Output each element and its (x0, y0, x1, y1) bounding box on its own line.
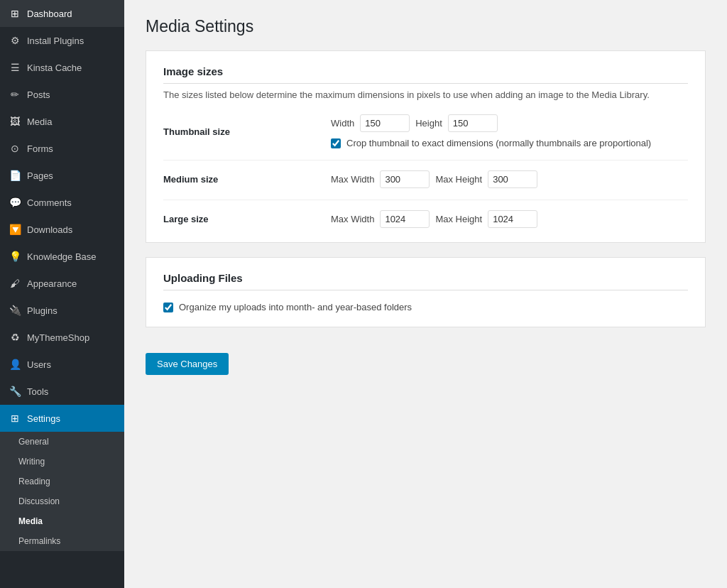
thumbnail-height-input[interactable] (448, 114, 498, 132)
sidebar-item-install-plugins[interactable]: ⚙ Install Plugins (0, 27, 124, 54)
large-maxheight-label: Max Height (435, 214, 482, 224)
submenu-item-discussion[interactable]: Discussion (0, 491, 124, 511)
uploading-files-section: Uploading Files Organize my uploads into… (146, 257, 706, 327)
sidebar-label-knowledge-base: Knowledge Base (27, 251, 97, 262)
tools-icon: 🔧 (9, 385, 21, 398)
sidebar-item-media[interactable]: 🖼 Media (0, 108, 124, 135)
downloads-icon: 🔽 (9, 223, 21, 236)
crop-thumbnail-label: Crop thumbnail to exact dimensions (norm… (346, 138, 651, 148)
submenu-item-permalinks[interactable]: Permalinks (0, 531, 124, 551)
sidebar-label-forms: Forms (27, 143, 53, 154)
sidebar: ⊞ Dashboard ⚙ Install Plugins ☰ Kinsta C… (0, 0, 124, 588)
forms-icon: ⊙ (9, 142, 21, 155)
submenu-item-writing[interactable]: Writing (0, 452, 124, 472)
large-field-group: Max Width Max Height (331, 210, 537, 228)
thumbnail-width-label: Width (331, 118, 354, 129)
organize-uploads-row: Organize my uploads into month- and year… (163, 302, 688, 312)
media-icon: 🖼 (9, 115, 21, 128)
sidebar-item-kinsta-cache[interactable]: ☰ Kinsta Cache (0, 54, 124, 81)
image-sizes-desc: The sizes listed below determine the max… (163, 89, 688, 100)
uploading-files-title: Uploading Files (163, 272, 688, 290)
gear-icon: ⚙ (9, 34, 21, 47)
sidebar-item-plugins[interactable]: 🔌 Plugins (0, 297, 124, 324)
kinsta-icon: ☰ (9, 61, 21, 74)
sidebar-item-forms[interactable]: ⊙ Forms (0, 135, 124, 162)
thumbnail-field-group: Width Height (331, 114, 651, 132)
posts-icon: ✏ (9, 88, 21, 101)
thumbnail-label: Thumbnail size (163, 126, 319, 137)
medium-maxheight-input[interactable] (488, 170, 537, 188)
sidebar-label-pages: Pages (27, 170, 53, 181)
submenu-item-media[interactable]: Media (0, 511, 124, 531)
dashboard-icon: ⊞ (9, 7, 21, 20)
large-maxwidth-label: Max Width (331, 214, 374, 224)
sidebar-item-settings[interactable]: ⊞ Settings (0, 405, 124, 432)
crop-thumbnail-checkbox[interactable] (331, 138, 341, 148)
organize-uploads-label: Organize my uploads into month- and year… (179, 302, 412, 312)
sidebar-label-posts: Posts (27, 89, 50, 100)
main-content: Media Settings Image sizes The sizes lis… (124, 0, 727, 588)
sidebar-label-install-plugins: Install Plugins (27, 36, 84, 46)
sidebar-label-tools: Tools (27, 386, 48, 397)
submenu-item-general[interactable]: General (0, 432, 124, 452)
mythemeshop-icon: ♻ (9, 331, 21, 344)
large-maxwidth-input[interactable] (380, 210, 430, 228)
appearance-icon: 🖌 (9, 277, 21, 290)
large-label: Large size (163, 214, 319, 224)
submenu-item-reading[interactable]: Reading (0, 472, 124, 491)
medium-label: Medium size (163, 174, 319, 185)
sidebar-item-mythemeshop[interactable]: ♻ MyThemeShop (0, 324, 124, 351)
sidebar-label-kinsta-cache: Kinsta Cache (27, 62, 82, 73)
page-title: Media Settings (146, 17, 706, 36)
image-sizes-section: Image sizes The sizes listed below deter… (146, 50, 706, 243)
organize-uploads-checkbox[interactable] (163, 303, 173, 312)
sidebar-item-dashboard[interactable]: ⊞ Dashboard (0, 0, 124, 27)
pages-icon: 📄 (9, 169, 21, 182)
medium-row: Medium size Max Width Max Height (163, 170, 688, 188)
thumbnail-height-label: Height (415, 118, 442, 129)
knowledge-icon: 💡 (9, 250, 21, 263)
sidebar-label-settings: Settings (27, 413, 60, 424)
medium-maxwidth-label: Max Width (331, 174, 374, 185)
thumbnail-width-input[interactable] (360, 114, 410, 132)
sidebar-item-knowledge-base[interactable]: 💡 Knowledge Base (0, 243, 124, 270)
sidebar-item-users[interactable]: 👤 Users (0, 351, 124, 378)
sidebar-item-downloads[interactable]: 🔽 Downloads (0, 216, 124, 243)
plugins-icon: 🔌 (9, 304, 21, 317)
large-row: Large size Max Width Max Height (163, 210, 688, 228)
sidebar-label-plugins: Plugins (27, 305, 58, 316)
image-sizes-title: Image sizes (163, 65, 688, 84)
large-maxheight-input[interactable] (488, 210, 537, 228)
comments-icon: 💬 (9, 196, 21, 209)
medium-field-group: Max Width Max Height (331, 170, 537, 188)
medium-maxheight-label: Max Height (435, 174, 482, 185)
thumbnail-fields: Width Height Crop thumbnail to exact dim… (331, 114, 651, 148)
sidebar-item-pages[interactable]: 📄 Pages (0, 162, 124, 189)
sidebar-label-downloads: Downloads (27, 224, 72, 235)
thumbnail-crop-row: Crop thumbnail to exact dimensions (norm… (331, 138, 651, 148)
sidebar-item-posts[interactable]: ✏ Posts (0, 81, 124, 108)
sidebar-label-comments: Comments (27, 197, 72, 208)
sidebar-label-mythemeshop: MyThemeShop (27, 332, 89, 343)
sidebar-label-users: Users (27, 359, 51, 370)
sidebar-label-media: Media (27, 116, 52, 127)
settings-icon: ⊞ (9, 412, 21, 425)
save-changes-button[interactable]: Save Changes (146, 353, 229, 375)
medium-maxwidth-input[interactable] (380, 170, 430, 188)
sidebar-item-appearance[interactable]: 🖌 Appearance (0, 270, 124, 297)
sidebar-item-comments[interactable]: 💬 Comments (0, 189, 124, 216)
sidebar-label-dashboard: Dashboard (27, 9, 72, 19)
settings-submenu: General Writing Reading Discussion Media… (0, 432, 124, 551)
sidebar-item-tools[interactable]: 🔧 Tools (0, 378, 124, 405)
thumbnail-row: Thumbnail size Width Height Crop thumbna… (163, 114, 688, 148)
sidebar-label-appearance: Appearance (27, 278, 77, 289)
users-icon: 👤 (9, 358, 21, 371)
